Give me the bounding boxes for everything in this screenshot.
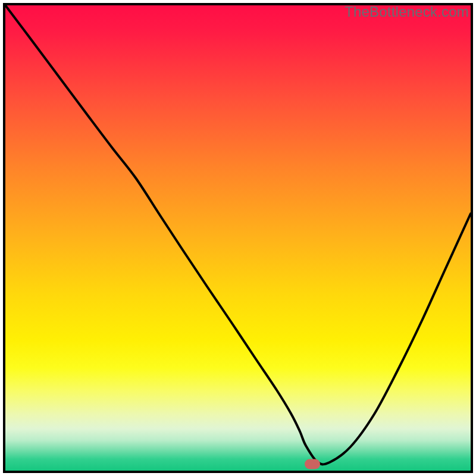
attribution-label: TheBottleneck.com [345,4,469,20]
chart-frame [3,3,473,473]
bottleneck-curve [5,5,471,471]
optimal-marker [305,459,320,469]
